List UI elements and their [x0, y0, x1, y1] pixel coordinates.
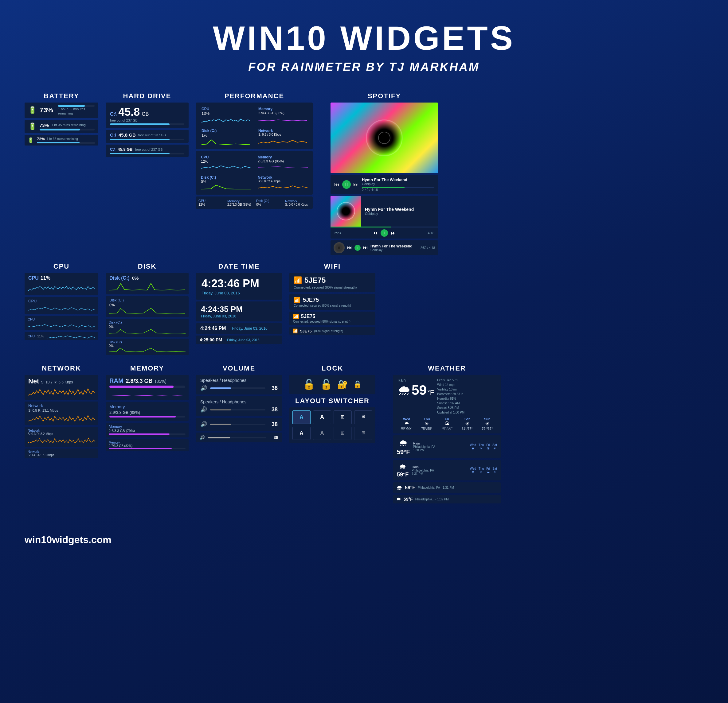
vol-item-1: Speakers / Headphones 🔊 38 — [196, 396, 282, 416]
hd-small-val-0: 45.8 GB — [118, 132, 136, 138]
sp-controls-lg: ⏮ ⏸ ⏭ — [373, 229, 396, 237]
mem-tiny-val-3: 2.7/3.3 GB (82%) — [109, 444, 186, 448]
player-time-top: 2:42 / 4:18 — [362, 188, 434, 192]
perf-mid-network-label: Network — [258, 175, 308, 180]
prev-button-lg[interactable]: ⏮ — [373, 230, 377, 236]
perf-mid-cpu-label: CPU — [201, 155, 251, 159]
weather-small-info-0: Philadelphia, PA - 1:31 PM — [418, 486, 498, 489]
vol-slider-2[interactable] — [210, 424, 266, 425]
vol-slider-fill-0 — [210, 388, 231, 389]
lock-icon-1[interactable]: 🔓 — [320, 379, 332, 390]
wifi-title: WIFI — [289, 262, 376, 271]
header: WIN10 WIDGETS FOR RAINMETER BY TJ MARKHA… — [0, 0, 728, 86]
weather-med-right-0: Rain Philadelphia, PA 1:30 PM — [413, 441, 467, 452]
weather-med-cond-0: Rain — [413, 441, 467, 445]
perf-bot-cpu: CPU 12% — [198, 199, 224, 206]
wifi-section: WIFI 📶 5JE75 Connected, secured (80% sig… — [289, 262, 376, 337]
weather-forecast-large: Wed 🌧 69°/55° Thu ☀ 75°/58° Fri 🌤 78°/56… — [397, 417, 496, 431]
weather-feels-like: Feels Like 59°F — [437, 378, 496, 383]
wifi-item-2: 📶 5JE75 Connected, secured (80% signal s… — [289, 311, 376, 325]
lock-title: LOCK — [289, 364, 376, 372]
weather-condition-large: Rain — [397, 378, 434, 383]
vol-row-3: 🔊 38 — [200, 435, 278, 440]
hd-large-unit: GB — [142, 111, 149, 117]
vol-slider-1[interactable] — [210, 409, 266, 411]
dt-date-0: Friday, June 03, 2016 — [202, 291, 276, 295]
battery-pct-0: 73% — [40, 106, 55, 114]
wifi-item-3: 📶 5JE75 (80% signal strength) — [289, 327, 376, 335]
perf-bot-row: CPU 12% Memory 2.7/3.3 GB (82%) Disk (C:… — [198, 199, 310, 206]
dt-item-3: 4:25:00 PM Friday, June 03, 2016 — [196, 336, 282, 344]
mem-bar-wrap-3 — [109, 448, 186, 449]
perf-bot-disk: Disk (C:) 0% — [256, 199, 282, 206]
vol-icon-3: 🔊 — [200, 435, 205, 440]
layout-item-1[interactable]: A — [313, 411, 331, 424]
weather-med-temp-0: 59°F — [397, 448, 410, 455]
disk-label-0: Disk (C:) — [109, 275, 130, 281]
play-button-top[interactable]: ⏸ — [342, 180, 351, 189]
cpu-graph-3 — [48, 333, 95, 339]
disk-tiny-pct-3: 0% — [109, 344, 186, 347]
hd-large-label: C:\ — [110, 111, 116, 117]
lock-section: LOCK 🔓 🔓 🔐 🔒 — [289, 364, 376, 394]
cpu-small-label-2: CPU — [27, 317, 95, 321]
weather-med-left-0: 🌧 59°F — [397, 438, 410, 455]
weather-tiny-loc-0: Philadelphia... - 1:32 PM — [415, 498, 449, 501]
next-button-top[interactable]: ⏭ — [353, 182, 359, 188]
next-button-mini[interactable]: ⏭ — [363, 245, 368, 251]
spotify-controls-row-lg: 2:23 ⏮ ⏸ ⏭ 4:18 — [331, 228, 438, 239]
net-graph-2 — [27, 436, 95, 444]
wifi-icon-2: 📶 — [293, 313, 299, 319]
perf-bot-memory-label: Memory — [227, 199, 253, 203]
cpu-graph-2 — [27, 322, 95, 327]
vol-item-2: 🔊 38 — [196, 418, 282, 431]
cpu-item-3: CPU 11% — [25, 332, 98, 340]
battery-bar-2 — [37, 142, 79, 143]
battery-pct-1: 73% — [40, 122, 49, 128]
spotify-player-lg: Hymn For The Weekend Coldplay 2:23 ⏮ ⏸ ⏭… — [331, 196, 438, 239]
disk-section: DISK Disk (C:) 0% Disk (C:) 0% — [105, 262, 189, 357]
play-button-lg[interactable]: ⏸ — [381, 229, 388, 237]
perf-mid-disk-val: 0% — [201, 180, 251, 184]
weather-small-temp-0: 59°F — [405, 485, 415, 491]
vol-slider-0[interactable] — [210, 388, 266, 389]
player-artist-lg: Coldplay — [365, 212, 434, 216]
next-button-lg[interactable]: ⏭ — [391, 230, 396, 236]
layout-item-0[interactable]: A — [292, 411, 311, 424]
hd-small-val-1: 45.8 GB — [118, 147, 132, 152]
weather-section: WEATHER Rain 🌧 59 °F Feels Like 59°F W — [393, 364, 501, 505]
layout-item-7[interactable]: ⊞ — [354, 427, 372, 440]
wf-1-2: Fri 🌤 — [486, 467, 490, 474]
disk-title: DISK — [105, 262, 189, 271]
hd-small-bar-fill-1 — [110, 153, 170, 154]
prev-button-top[interactable]: ⏮ — [334, 182, 340, 188]
weather-updated: Updated at 1:00 PM — [437, 410, 496, 415]
play-button-mini[interactable]: ⏸ — [354, 245, 361, 251]
layout-item-6[interactable]: ⊞ — [334, 427, 352, 440]
wf-0-2: Fri 🌤 — [486, 443, 490, 450]
lock-icon-0[interactable]: 🔓 — [303, 379, 315, 390]
perf-bot-cpu-label: CPU — [198, 199, 224, 203]
net-item-0: Net S: 10.7 R: 5.6 Kbps — [25, 375, 98, 400]
layout-item-3[interactable]: ⊞ — [354, 411, 372, 424]
perf-mid-box: CPU 12% Memory 2.8/3.3 GB (85%) — [196, 151, 313, 194]
perf-top-cpu: CPU 13% — [198, 105, 253, 125]
perf-top-memory: Memory 2.9/3.3 GB (88%) — [255, 105, 310, 125]
row3: NETWORK Net S: 10.7 R: 5.6 Kbps Network … — [25, 364, 703, 505]
prev-button-mini[interactable]: ⏮ — [347, 245, 352, 251]
weather-small-0: 🌧 59°F Philadelphia, PA - 1:31 PM — [393, 482, 501, 493]
layout-item-2[interactable]: ⊞ — [334, 411, 352, 424]
spotify-mini-info: Hymn For The Weekend Coldplay — [370, 244, 418, 252]
layout-item-4[interactable]: A — [292, 427, 311, 440]
disk-item-0: Disk (C:) 0% — [105, 273, 189, 294]
layout-item-5[interactable]: A — [313, 427, 331, 440]
wifi-ssid-2: 5JE75 — [301, 314, 315, 319]
vol-label-0: Speakers / Headphones — [200, 378, 278, 383]
lock-icon-2[interactable]: 🔐 — [337, 379, 348, 390]
lock-icon-3[interactable]: 🔒 — [353, 380, 362, 389]
lock-grid: 🔓 🔓 🔐 🔒 — [289, 375, 376, 394]
perf-top-box: CPU 13% Memory 2.9/3.3 GB (88%) — [196, 102, 313, 149]
net-item-1: Network S: 0.5 R: 13.1 Mbps — [25, 402, 98, 425]
vol-slider-3[interactable] — [208, 437, 266, 438]
mem-med-val-1: 2.9/3.3 GB (88%) — [109, 410, 185, 415]
